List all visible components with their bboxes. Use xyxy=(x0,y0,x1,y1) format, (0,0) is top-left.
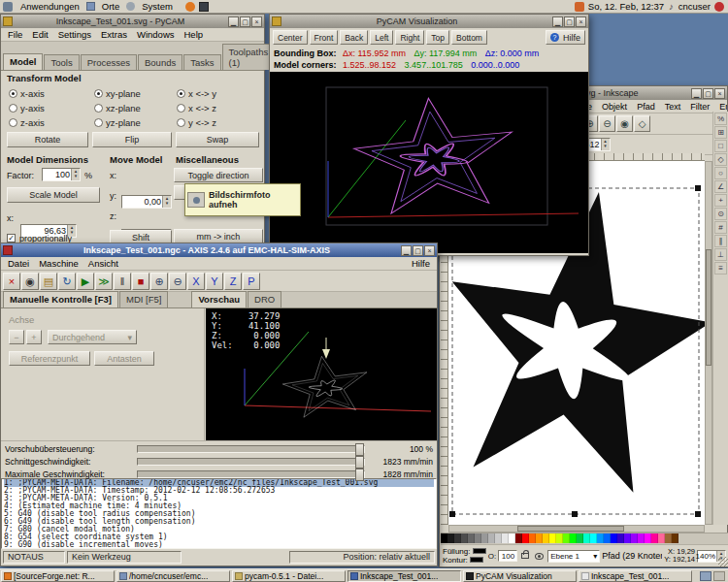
swap-option-2-radio[interactable] xyxy=(177,118,185,127)
axis-option-0-radio[interactable] xyxy=(9,89,17,98)
inkscape-menu-8[interactable]: Erweiterungen xyxy=(714,102,727,112)
taskbar-item-axis[interactable]: Inkscape_Test_001... xyxy=(347,570,461,582)
volume-icon[interactable]: ♪ xyxy=(669,1,674,12)
axis-menu-2[interactable]: Ansicht xyxy=(83,258,123,269)
fill-stroke-indicator[interactable]: Füllung: Kontur: xyxy=(443,547,486,565)
palette-swatch-19[interactable] xyxy=(570,534,577,543)
palette-swatch-14[interactable] xyxy=(536,534,543,543)
gcode-listing[interactable]: 1: ;PYCAM-META-DATA: Filename: /home/cnc… xyxy=(1,478,437,549)
snap-bbox-corner-icon[interactable]: ◇ xyxy=(714,153,727,166)
pycam-menu-3[interactable]: Extras xyxy=(96,29,132,40)
view-left-button[interactable]: Left xyxy=(370,30,393,45)
zoom-out-button[interactable]: ⊖ xyxy=(169,273,186,290)
pycam-titlebar[interactable]: Inkscape_Test_001.svg - PyCAM ▁▢× xyxy=(1,15,264,28)
workspace-1[interactable] xyxy=(700,571,711,581)
factor-input[interactable]: 100▴▾ xyxy=(42,168,81,181)
machine-power-button[interactable]: ◉ xyxy=(21,273,39,290)
pause-button[interactable]: ‖ xyxy=(114,273,131,290)
pycam-close-button[interactable]: × xyxy=(251,16,262,27)
jog-plus-button[interactable]: + xyxy=(26,330,42,344)
reload-file-button[interactable]: ↻ xyxy=(58,273,76,290)
axis-option-0[interactable]: x-axis xyxy=(9,86,45,101)
snap-path-icon[interactable]: ∠ xyxy=(714,180,727,193)
axis-option-1-radio[interactable] xyxy=(9,104,17,113)
palette-swatch-27[interactable] xyxy=(624,534,631,543)
snap-bbox-edge-icon[interactable]: □ xyxy=(714,140,727,152)
tab-toolpaths[interactable]: Toolpaths (1) xyxy=(222,44,276,70)
tab-tasks[interactable]: Tasks xyxy=(183,54,220,70)
horizontal-scrollbar[interactable] xyxy=(448,525,705,533)
factor-spinner[interactable]: ▴▾ xyxy=(71,169,80,180)
palette-swatch-21[interactable] xyxy=(583,534,590,543)
view-center-button[interactable]: Center xyxy=(273,30,308,45)
tool-touch-button[interactable]: P xyxy=(243,273,260,290)
touch-off-y-button[interactable]: Y xyxy=(206,273,223,290)
axis-option-2-radio[interactable] xyxy=(9,118,17,127)
selection-y-spinner[interactable]: ▴▾ xyxy=(601,139,610,150)
jog-mode-dropdown[interactable]: Durchgehend▾ xyxy=(48,330,137,344)
palette-swatch-22[interactable] xyxy=(590,534,597,543)
viz-3d-canvas[interactable] xyxy=(270,72,588,253)
fill-stroke-icon[interactable]: ◉ xyxy=(616,115,633,132)
palette-swatch-34[interactable] xyxy=(672,534,678,543)
pycam-minimize-button[interactable]: ▁ xyxy=(228,16,239,27)
palette-swatch-29[interactable] xyxy=(638,534,645,543)
snap-intersection-icon[interactable]: + xyxy=(714,194,727,207)
toggle-direction-button[interactable]: Toggle direction xyxy=(174,168,263,182)
palette-swatch-8[interactable] xyxy=(495,534,502,543)
palette-swatch-2[interactable] xyxy=(454,534,461,543)
palette-swatch-16[interactable] xyxy=(549,534,556,543)
update-notifier-icon[interactable] xyxy=(575,2,584,12)
swap-option-1-radio[interactable] xyxy=(177,104,185,113)
taskbar-item-pycam-viz[interactable]: PyCAM Visualization xyxy=(463,570,577,582)
palette-swatch-28[interactable] xyxy=(631,534,638,543)
tab-manual-control[interactable]: Manuelle Kontrolle [F3] xyxy=(3,291,118,307)
feed-override-slider[interactable] xyxy=(137,445,365,453)
opacity-input[interactable]: 100 xyxy=(498,550,517,562)
view-right-button[interactable]: Right xyxy=(395,30,424,45)
snap-grid-icon[interactable]: # xyxy=(714,221,727,234)
max-velocity-slider[interactable] xyxy=(137,470,365,478)
step-button[interactable]: ≫ xyxy=(95,273,113,290)
axis-maximize-button[interactable]: ▢ xyxy=(413,245,423,256)
tab-dro[interactable]: DRO xyxy=(248,291,281,307)
pycam-menu-0[interactable]: File xyxy=(3,29,27,40)
jog-speed-handle[interactable] xyxy=(355,456,364,469)
view-back-button[interactable]: Back xyxy=(340,30,368,45)
tab-bounds[interactable]: Bounds xyxy=(138,54,182,70)
system-menu[interactable]: System xyxy=(137,1,178,12)
palette-swatch-32[interactable] xyxy=(658,534,665,543)
touch-off-x-button[interactable]: X xyxy=(187,273,205,290)
layer-selector[interactable]: Ebene 1▾ xyxy=(547,550,600,563)
viz-close-button[interactable]: × xyxy=(576,16,586,27)
tab-vorschau[interactable]: Vorschau xyxy=(191,291,247,307)
snap-bbox-icon[interactable]: ⊞ xyxy=(714,126,727,139)
estop-button[interactable]: × xyxy=(3,273,20,290)
palette-swatch-6[interactable] xyxy=(481,534,488,543)
vertical-scrollbar[interactable] xyxy=(705,161,712,525)
axis-option-1[interactable]: y-axis xyxy=(9,101,45,115)
palette-swatch-12[interactable] xyxy=(522,534,529,543)
axis-option-2[interactable]: z-axis xyxy=(9,115,45,130)
places-menu[interactable]: Orte xyxy=(97,1,124,12)
resize-grip[interactable] xyxy=(718,557,728,566)
viz-help-button[interactable]: ?Hilfe xyxy=(546,30,585,45)
selection-handle[interactable] xyxy=(695,511,701,517)
home-axis-button[interactable]: Referenzpunkt xyxy=(9,351,90,366)
applications-menu[interactable]: Anwendungen xyxy=(16,1,84,12)
palette-swatch-5[interactable] xyxy=(475,534,481,543)
viz-titlebar[interactable]: PyCAM Visualization ▁▢× xyxy=(270,15,588,28)
inkscape-maximize-button[interactable]: ▢ xyxy=(703,88,713,99)
snap-enable-icon[interactable]: % xyxy=(714,113,727,125)
zoom-out-icon[interactable]: ⊖ xyxy=(599,115,615,132)
browser-launcher-icon[interactable] xyxy=(185,2,195,12)
swap-option-2[interactable]: y <-> z xyxy=(177,115,216,130)
max-velocity-handle[interactable] xyxy=(355,469,364,481)
viz-maximize-button[interactable]: ▢ xyxy=(564,16,575,27)
move-x-input[interactable]: 0,00▴▾ xyxy=(121,195,172,209)
pycam-menu-1[interactable]: Edit xyxy=(27,29,52,40)
selection-handle[interactable] xyxy=(449,511,455,517)
pycam-menu-5[interactable]: Help xyxy=(180,29,209,40)
jog-minus-button[interactable]: − xyxy=(9,330,24,344)
inkscape-close-button[interactable]: × xyxy=(714,88,725,99)
